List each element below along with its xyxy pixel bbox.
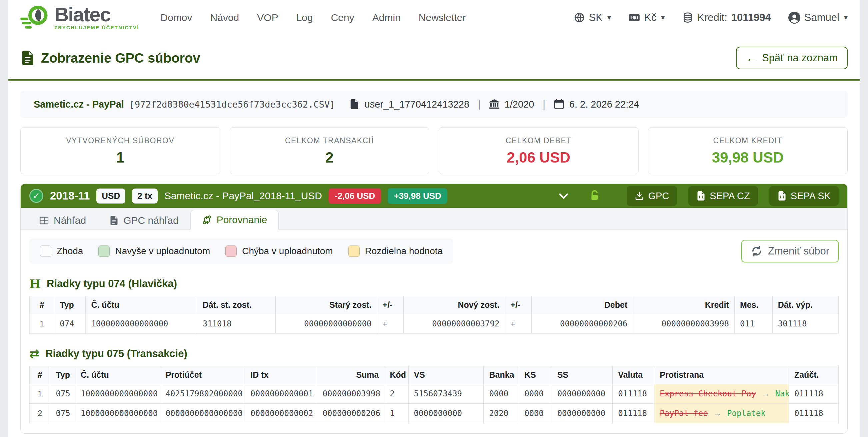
title-divider (8, 79, 860, 80)
main-nav: Domov Návod VOP Log Ceny Admin Newslette… (161, 12, 466, 23)
legend-swatch-diff (348, 245, 360, 257)
table-icon (39, 215, 49, 226)
sepa-cz-button[interactable]: SEPA CZ (688, 186, 758, 206)
logo-mark-icon (20, 4, 51, 31)
caret-down-icon: ▾ (844, 13, 848, 22)
unlock-icon[interactable] (589, 190, 601, 202)
nav-item-log[interactable]: Log (296, 12, 313, 23)
check-circle-icon: ✓ (29, 189, 43, 203)
batch-period: 2018-11 (50, 190, 90, 202)
stat-card-kredit: CELKOM KREDIT 39,98 USD (648, 127, 848, 174)
nav-item-domov[interactable]: Domov (161, 12, 192, 23)
navbar: Biatec ZRYCHLUJEME ÚČETNICTVÍ Domov Návo… (8, 0, 860, 35)
nav-item-ceny[interactable]: Ceny (331, 12, 354, 23)
compare-icon (202, 215, 212, 225)
bank-icon (489, 99, 499, 109)
table-074: # Typ Č. účtu Dát. st. zost. Starý zost.… (29, 296, 839, 334)
refresh-icon (751, 245, 763, 257)
stat-card-files: VYTVORENÝCH SÚBOROV 1 (20, 127, 220, 174)
document-icon (20, 51, 35, 65)
stat-value: 2 (230, 149, 429, 166)
sepa-sk-button[interactable]: SEPA SK (769, 186, 839, 206)
comparison-panel: Zhoda Navyše v uploadnutom Chýba v uploa… (21, 230, 847, 433)
gpc-file-card: ✓ 2018-11 USD 2 tx Sametic.cz - PayPal_2… (20, 183, 848, 434)
caret-down-icon: ▾ (661, 13, 665, 22)
logo-tagline: ZRYCHLUJEME ÚČETNICTVÍ (54, 25, 140, 30)
arrow-right-icon: → (713, 409, 721, 418)
user-name: Samuel (804, 12, 839, 24)
file-info-bar: Sametic.cz - PayPal [972f2d8380e41531dce… (20, 91, 848, 118)
arrow-right-icon: → (762, 389, 770, 398)
stat-value: 1 (21, 149, 220, 166)
section-heading-075: ⇄ Riadky typu 075 (Transakcie) (29, 348, 839, 360)
legend-swatch-missing (225, 245, 237, 257)
currency-value: Kč (644, 12, 656, 24)
calendar-icon (554, 99, 564, 109)
legend-item-navyse: Navyše v uploadnutom (98, 245, 210, 257)
table-row: 1 074 1000000000000000 311018 0000000000… (30, 314, 839, 334)
logo[interactable]: Biatec ZRYCHLUJEME ÚČETNICTVÍ (20, 4, 140, 31)
title-row: Zobrazenie GPC súborov ← Späť na zoznam (20, 47, 848, 69)
logo-name: Biatec (54, 5, 140, 24)
table-header-row: # Typ Č. účtu Protiúčet ID tx Suma Kód V… (30, 366, 839, 384)
file-hash-name: [972f2d8380e41531dce56f73de3cc362.CSV] (129, 99, 335, 109)
coins-icon (682, 12, 693, 23)
tab-label: Náhľad (54, 215, 86, 226)
table-row: 2 075 1000000000000000 0000000000000000 … (30, 404, 839, 423)
language-dropdown[interactable]: SK ▾ (574, 12, 611, 24)
tab-gpc-nahlad[interactable]: GPC náhľad (98, 211, 190, 230)
file-period: 1/2020 (505, 99, 534, 110)
credit-value: 1011994 (731, 12, 771, 24)
debet-badge: -2,06 USD (329, 188, 381, 204)
currency-dropdown[interactable]: Kč ▾ (628, 12, 665, 24)
stat-card-debet: CELKOM DEBET 2,06 USD (439, 127, 639, 174)
batch-name: Sametic.cz - PayPal_2018-11_USD (164, 190, 322, 202)
counterparty-diff-cell: PayPal fee → Poplatek (654, 404, 789, 423)
counterparty-new-value: Poplatek (727, 409, 766, 418)
section-heading-074: H Riadky typu 074 (Hlavička) (29, 278, 839, 290)
counterparty-old-value: PayPal fee (660, 409, 708, 418)
globe-icon (574, 12, 585, 23)
tab-label: GPC náhľad (123, 215, 179, 226)
counterparty-new-value: Nakup (775, 389, 789, 398)
file-icon (109, 216, 119, 225)
legend-item-chyba: Chýba v uploadnutom (225, 245, 333, 257)
credit-indicator[interactable]: Kredit: 1011994 (682, 12, 771, 24)
stat-label: CELKOM TRANSAKCIÍ (230, 136, 429, 145)
nav-item-navod[interactable]: Návod (210, 12, 239, 23)
file-user-id: user_1_1770412413228 (365, 99, 469, 110)
stat-value: 2,06 USD (439, 149, 638, 166)
stat-label: CELKOM KREDIT (648, 136, 848, 145)
stat-value: 39,98 USD (648, 149, 848, 166)
tab-nahlad[interactable]: Náhľad (27, 211, 98, 230)
change-file-button[interactable]: Zmeniť súbor (741, 240, 839, 263)
header-row-icon: H (29, 278, 41, 290)
nav-item-newsletter[interactable]: Newsletter (418, 12, 466, 23)
currency-badge: USD (96, 189, 125, 203)
sepa-sk-button-label: SEPA SK (790, 191, 831, 202)
nav-item-admin[interactable]: Admin (372, 12, 401, 23)
file-icon (349, 99, 359, 109)
chevron-down-icon[interactable] (557, 190, 570, 202)
tab-porovnanie[interactable]: Porovnanie (190, 210, 279, 230)
back-to-list-button[interactable]: ← Späť na zoznam (736, 47, 848, 69)
gpc-file-header[interactable]: ✓ 2018-11 USD 2 tx Sametic.cz - PayPal_2… (21, 184, 847, 208)
legend-item-zhoda: Zhoda (40, 245, 83, 257)
counterparty-old-value: Express Checkout Pay (660, 389, 756, 398)
tab-label: Porovnanie (217, 214, 267, 226)
legend: Zhoda Navyše v uploadnutom Chýba v uploa… (29, 238, 453, 264)
page: Biatec ZRYCHLUJEME ÚČETNICTVÍ Domov Návo… (8, 0, 860, 437)
legend-item-rozdielna: Rozdielna hodnota (348, 245, 443, 257)
user-dropdown[interactable]: Samuel ▾ (788, 12, 848, 24)
tx-count-badge: 2 tx (132, 189, 158, 203)
nav-item-vop[interactable]: VOP (257, 12, 278, 23)
tab-strip: Náhľad GPC náhľad (21, 208, 847, 230)
download-icon (635, 191, 644, 201)
credit-label: Kredit: (698, 12, 727, 24)
caret-down-icon: ▾ (607, 13, 611, 22)
language-value: SK (589, 12, 603, 24)
stat-label: VYTVORENÝCH SÚBOROV (21, 136, 220, 145)
file-code-icon (777, 191, 787, 201)
download-gpc-button[interactable]: GPC (627, 186, 677, 206)
kredit-badge: +39,98 USD (388, 188, 447, 204)
